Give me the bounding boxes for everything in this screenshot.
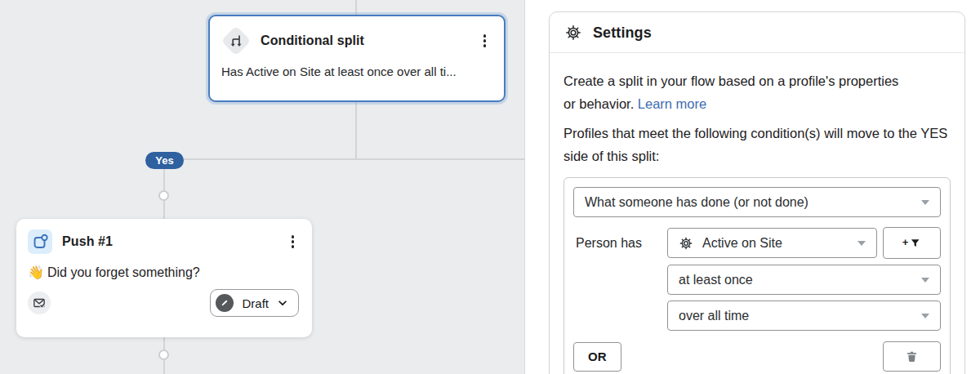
push-message-text: Did you forget something? bbox=[47, 265, 200, 279]
push-notification-icon bbox=[28, 229, 52, 254]
yes-branch-badge: Yes bbox=[145, 152, 184, 169]
node-title: Conditional split bbox=[261, 33, 479, 48]
dropdown-caret-icon bbox=[858, 241, 866, 250]
timeframe-dropdown[interactable]: over all time bbox=[667, 301, 941, 331]
gear-icon bbox=[564, 24, 582, 42]
settings-panel-header: Settings bbox=[550, 12, 964, 53]
frequency-value: at least once bbox=[679, 273, 753, 287]
kebab-menu-icon[interactable] bbox=[479, 31, 492, 51]
condition-category-dropdown[interactable]: What someone has done (or not done) bbox=[573, 187, 941, 217]
timeframe-value: over all time bbox=[679, 309, 749, 323]
flow-editor-screen: Conditional split Has Active on Site at … bbox=[0, 0, 980, 374]
status-label: Draft bbox=[242, 296, 269, 310]
trash-icon bbox=[905, 350, 919, 363]
metric-value: Active on Site bbox=[702, 236, 782, 251]
node-title: Push #1 bbox=[62, 234, 287, 249]
frequency-dropdown[interactable]: at least once bbox=[667, 265, 941, 295]
add-filter-button[interactable]: + bbox=[883, 227, 941, 259]
push-node[interactable]: Push #1 👋Did you forget something? bbox=[16, 219, 312, 337]
intro-text: Create a split in your flow based on a p… bbox=[564, 73, 898, 111]
draft-pencil-icon bbox=[216, 294, 234, 312]
node-description: Has Active on Site at least once over al… bbox=[221, 65, 491, 78]
connector-line-branch bbox=[164, 158, 525, 160]
delete-condition-button[interactable] bbox=[883, 341, 941, 372]
condition-builder: What someone has done (or not done) Pers… bbox=[564, 177, 951, 374]
settings-intro: Create a split in your flow based on a p… bbox=[564, 69, 913, 115]
push-message: 👋Did you forget something? bbox=[28, 265, 299, 280]
conditional-split-icon bbox=[221, 27, 251, 55]
message-channel-icon bbox=[28, 292, 51, 314]
or-condition-button[interactable]: OR bbox=[573, 342, 621, 372]
settings-title: Settings bbox=[593, 24, 652, 42]
learn-more-link[interactable]: Learn more bbox=[638, 96, 706, 111]
chevron-down-icon bbox=[277, 297, 288, 309]
condition-intro: Profiles that meet the following conditi… bbox=[564, 122, 951, 167]
dropdown-caret-icon bbox=[921, 200, 929, 209]
kebab-menu-icon[interactable] bbox=[287, 232, 300, 252]
metric-dropdown[interactable]: Active on Site bbox=[667, 228, 877, 258]
dropdown-caret-icon bbox=[921, 314, 929, 323]
settings-panel: Settings Create a split in your flow bas… bbox=[549, 11, 965, 374]
conditional-split-node[interactable]: Conditional split Has Active on Site at … bbox=[208, 15, 506, 102]
add-step-dot-upper bbox=[158, 190, 169, 201]
condition-category-value: What someone has done (or not done) bbox=[585, 195, 808, 210]
status-dropdown-button[interactable]: Draft bbox=[210, 289, 299, 317]
flow-canvas[interactable]: Conditional split Has Active on Site at … bbox=[0, 0, 525, 374]
filter-funnel-icon bbox=[909, 237, 921, 249]
connector-line-split-down bbox=[355, 102, 357, 159]
plus-glyph: + bbox=[902, 236, 909, 248]
add-step-dot-lower bbox=[158, 350, 169, 360]
metric-gear-icon bbox=[679, 236, 693, 251]
dropdown-caret-icon bbox=[921, 278, 929, 287]
connector-line-top bbox=[355, 0, 357, 15]
person-has-label: Person has bbox=[573, 236, 667, 251]
wave-emoji: 👋 bbox=[28, 265, 44, 280]
